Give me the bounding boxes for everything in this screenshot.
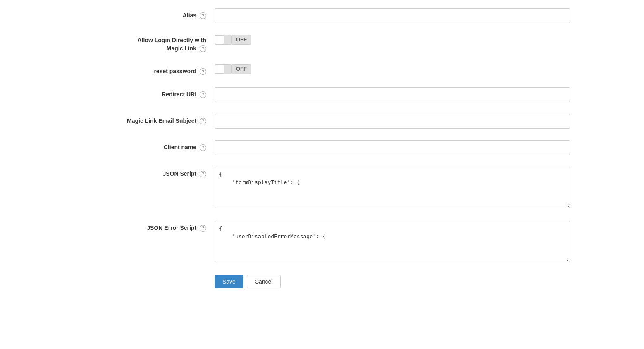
- cancel-button[interactable]: Cancel: [247, 275, 281, 288]
- reset-password-label: reset password ?: [74, 64, 215, 76]
- allow-login-magic-link-label: Allow Login Directly withMagic Link ?: [74, 35, 215, 53]
- magic-link-email-subject-input-col: [215, 114, 570, 129]
- toggle-label-reset-password: OFF: [232, 64, 251, 74]
- client-name-input[interactable]: [215, 140, 570, 155]
- reset-password-row: reset password ? OFF: [74, 64, 570, 76]
- redirect-uri-input[interactable]: [215, 87, 570, 102]
- reset-password-toggle[interactable]: OFF: [215, 64, 570, 74]
- redirect-uri-label: Redirect URI ?: [74, 87, 215, 99]
- client-name-row: Client name ?: [74, 140, 570, 155]
- magic-link-email-subject-label: Magic Link Email Subject ?: [74, 114, 215, 125]
- toggle-label-allow-login: OFF: [232, 35, 251, 45]
- toggle-track-reset-password[interactable]: [215, 64, 232, 74]
- redirect-uri-row: Redirect URI ?: [74, 87, 570, 102]
- json-script-row: JSON Script ? { "formDisplayTitle": {: [74, 167, 570, 209]
- json-script-label: JSON Script ?: [74, 167, 215, 178]
- allow-login-magic-link-row: Allow Login Directly withMagic Link ? OF…: [74, 35, 570, 53]
- reset-password-input-col: OFF: [215, 64, 570, 74]
- alias-label: Alias ?: [74, 8, 215, 20]
- toggle-track-allow-login[interactable]: [215, 35, 232, 45]
- json-error-script-input-col: { "userDisabledErrorMessage": {: [215, 221, 570, 263]
- redirect-uri-input-col: [215, 87, 570, 102]
- alias-input[interactable]: [215, 8, 570, 23]
- toggle-thumb-allow-login: [215, 35, 224, 44]
- redirect-uri-help-icon[interactable]: ?: [200, 91, 206, 98]
- json-script-textarea[interactable]: { "formDisplayTitle": {: [215, 167, 570, 208]
- client-name-help-icon[interactable]: ?: [200, 144, 206, 151]
- settings-form: Alias ? Allow Login Directly withMagic L…: [74, 8, 570, 288]
- magic-link-email-subject-row: Magic Link Email Subject ?: [74, 114, 570, 129]
- magic-link-email-subject-help-icon[interactable]: ?: [200, 118, 206, 124]
- allow-login-magic-link-toggle[interactable]: OFF: [215, 35, 570, 45]
- allow-login-magic-link-input-col: OFF: [215, 35, 570, 45]
- client-name-input-col: [215, 140, 570, 155]
- alias-row: Alias ?: [74, 8, 570, 23]
- alias-input-col: [215, 8, 570, 23]
- json-error-script-label: JSON Error Script ?: [74, 221, 215, 232]
- client-name-label: Client name ?: [74, 140, 215, 152]
- allow-login-magic-link-help-icon[interactable]: ?: [200, 45, 206, 52]
- reset-password-help-icon[interactable]: ?: [200, 68, 206, 75]
- toggle-thumb-reset-password: [215, 65, 224, 74]
- json-script-input-col: { "formDisplayTitle": {: [215, 167, 570, 209]
- json-error-script-textarea[interactable]: { "userDisabledErrorMessage": {: [215, 221, 570, 262]
- magic-link-email-subject-input[interactable]: [215, 114, 570, 129]
- alias-help-icon[interactable]: ?: [200, 12, 206, 19]
- json-error-script-row: JSON Error Script ? { "userDisabledError…: [74, 221, 570, 263]
- button-row: Save Cancel: [74, 275, 570, 288]
- json-error-script-help-icon[interactable]: ?: [200, 225, 206, 232]
- json-script-help-icon[interactable]: ?: [200, 171, 206, 177]
- save-button[interactable]: Save: [215, 275, 243, 288]
